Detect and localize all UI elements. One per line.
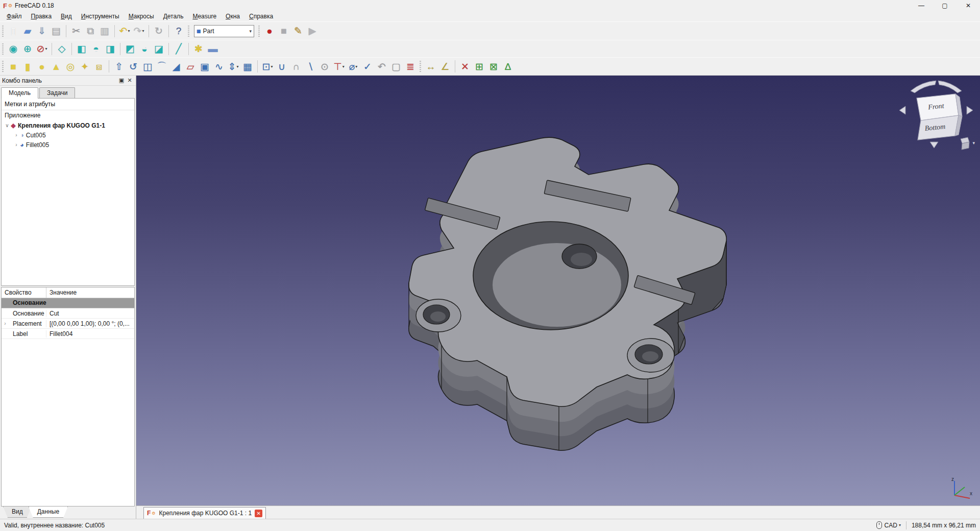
toolbar-grip[interactable] — [257, 26, 261, 37]
slices-icon[interactable]: ≣ — [403, 59, 418, 74]
dropdown-arrow-icon[interactable]: ▾ — [142, 29, 144, 33]
menu-windows[interactable]: Окна — [221, 12, 244, 21]
create-group-icon[interactable]: ▬ — [206, 42, 220, 56]
dropdown-arrow-icon[interactable]: ▾ — [128, 29, 130, 33]
dropdown-arrow-icon[interactable]: ▾ — [355, 64, 357, 69]
menu-tools[interactable]: Инструменты — [77, 12, 124, 21]
save-icon[interactable]: ⇓ — [35, 24, 49, 38]
fit-all-icon[interactable]: ◉ — [6, 42, 20, 56]
section-icon[interactable]: ⊤▾ — [332, 59, 346, 74]
top-view-icon[interactable]: ◓ — [89, 42, 103, 56]
navigation-style-selector[interactable]: CAD ▾ — [885, 522, 901, 529]
redo-icon[interactable]: ↷▾ — [132, 24, 146, 38]
measure-toggle-all-icon[interactable]: ⊞ — [472, 59, 486, 74]
3d-viewport[interactable]: Front Bottom ▾ z x — [136, 76, 980, 505]
create-part-icon[interactable]: ✱ — [191, 42, 206, 56]
nav-cube-body[interactable]: Front Bottom — [917, 94, 962, 140]
chamfer-icon[interactable]: ◢ — [169, 59, 183, 74]
fit-selection-icon[interactable]: ⊕ — [20, 42, 35, 56]
thickness-icon[interactable]: ▦ — [240, 59, 255, 74]
front-view-icon[interactable]: ◧ — [75, 42, 89, 56]
torus-icon[interactable]: ◎ — [63, 59, 78, 74]
prop-row-base[interactable]: Основание Cut — [2, 308, 134, 319]
macro-edit-icon[interactable]: ✎ — [291, 24, 305, 38]
navigation-cube[interactable]: Front Bottom ▾ — [895, 77, 977, 153]
ruled-surface-icon[interactable]: ▱ — [183, 59, 198, 74]
menu-help[interactable]: Справка — [244, 12, 278, 21]
dropdown-arrow-icon[interactable]: ▾ — [271, 64, 273, 69]
3d-model[interactable] — [136, 76, 980, 505]
document-tab[interactable]: F⚙ Крепления фар KUGOO G1-1 : 1 ✕ — [143, 507, 266, 519]
draw-style-icon[interactable]: ⊘▾ — [35, 42, 49, 56]
prop-row-placement[interactable]: › Placement [(0,00 0,00 1,00); 0,00 °; (… — [2, 319, 134, 329]
boolean-xor-icon[interactable]: ⊙ — [317, 59, 332, 74]
prop-row-label[interactable]: Label Fillet004 — [2, 329, 134, 339]
cross-sections-icon[interactable]: ⌀▾ — [346, 59, 360, 74]
measure-distance-icon[interactable]: ╱ — [172, 42, 186, 56]
extrude-icon[interactable]: ⇧ — [112, 59, 126, 74]
fillet-icon[interactable]: ⌒ — [155, 59, 169, 74]
tree-item-document[interactable]: ∨ ◆ Крепления фар KUGOO G1-1 — [2, 120, 134, 130]
panel-float-icon[interactable]: ▣ — [117, 77, 126, 84]
menu-view[interactable]: Вид — [56, 12, 77, 21]
primitives-icon[interactable]: ✦ — [78, 59, 92, 74]
boolean-cut-icon[interactable]: ∖ — [303, 59, 317, 74]
workbench-selector[interactable]: ■ Part ▾ — [194, 25, 254, 37]
right-view-icon[interactable]: ◨ — [103, 42, 117, 56]
minimize-button[interactable]: — — [910, 0, 933, 11]
nav-mini-cube-icon[interactable] — [961, 137, 969, 150]
tree-item-fillet005[interactable]: › ◕ Fillet005 — [2, 140, 134, 150]
convert-shape-icon[interactable]: ▢ — [389, 59, 403, 74]
measure-clear-all-icon[interactable]: ✕ — [458, 59, 472, 74]
dropdown-arrow-icon[interactable]: ▾ — [236, 64, 238, 69]
box-icon[interactable]: ■ — [6, 59, 20, 74]
toolbar-grip[interactable] — [1, 26, 5, 37]
check-geometry-icon[interactable]: ✓ — [360, 59, 375, 74]
tab-tasks[interactable]: Задачи — [39, 87, 75, 98]
measure-toggle-3d-icon[interactable]: ⊠ — [486, 59, 501, 74]
bottom-view-icon[interactable]: ◒ — [137, 42, 152, 56]
mirror-icon[interactable]: ◫ — [140, 59, 155, 74]
dropdown-arrow-icon[interactable]: ▾ — [342, 64, 345, 69]
copy-icon[interactable]: ⧉ — [83, 24, 97, 38]
shape-builder-icon[interactable]: ⧈ — [92, 59, 106, 74]
measure-linear-icon[interactable]: ↔ — [424, 59, 438, 74]
left-view-icon[interactable]: ◪ — [152, 42, 166, 56]
boolean-common-icon[interactable]: ∩ — [289, 59, 303, 74]
maximize-button[interactable]: ▢ — [933, 0, 957, 11]
menu-measure[interactable]: Measure — [188, 12, 221, 21]
refresh-icon[interactable]: ↻ — [152, 24, 166, 38]
menu-part[interactable]: Деталь — [159, 12, 188, 21]
tree-chevron-icon[interactable]: › — [13, 142, 20, 148]
new-file-icon[interactable]: ▯ — [6, 24, 20, 38]
sweep-icon[interactable]: ∿ — [212, 59, 226, 74]
defeaturing-icon[interactable]: ↶ — [375, 59, 389, 74]
open-file-icon[interactable]: ▰ — [20, 24, 35, 38]
measure-angular-icon[interactable]: ∠ — [438, 59, 452, 74]
cone-icon[interactable]: ▲ — [49, 59, 63, 74]
offset-icon[interactable]: ⇕▾ — [226, 59, 240, 74]
macro-run-icon[interactable]: ▶ — [305, 24, 320, 38]
menu-file[interactable]: Файл — [2, 12, 27, 21]
macro-stop-icon[interactable]: ■ — [277, 24, 291, 38]
toolbar-grip[interactable] — [419, 61, 423, 72]
loft-icon[interactable]: ▣ — [198, 59, 212, 74]
tab-model[interactable]: Модель — [1, 87, 38, 99]
axonometric-view-icon[interactable]: ◇ — [55, 42, 69, 56]
compound-icon[interactable]: ⊡▾ — [260, 59, 275, 74]
close-button[interactable]: ✕ — [957, 0, 980, 11]
part-bore-floor[interactable] — [493, 243, 621, 327]
sphere-icon[interactable]: ● — [35, 59, 49, 74]
revolve-icon[interactable]: ↺ — [126, 59, 140, 74]
print-icon[interactable]: ▤ — [49, 24, 63, 38]
tree-item-cut005[interactable]: › ◑ Cut005 — [2, 130, 134, 140]
paste-icon[interactable]: ▥ — [97, 24, 112, 38]
rear-view-icon[interactable]: ◩ — [123, 42, 137, 56]
tab-data-properties[interactable]: Данные — [29, 506, 68, 518]
tab-view-properties[interactable]: Вид — [3, 506, 32, 518]
toolbar-grip[interactable] — [187, 26, 191, 37]
menu-macros[interactable]: Макросы — [124, 12, 159, 21]
property-group-base[interactable]: Основание — [2, 298, 134, 308]
dropdown-arrow-icon[interactable]: ▾ — [45, 46, 47, 51]
macro-record-icon[interactable]: ● — [262, 24, 277, 38]
